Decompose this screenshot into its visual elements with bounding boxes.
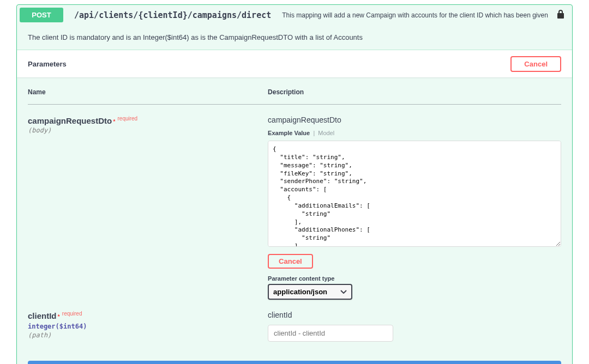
request-body-textarea[interactable]: [268, 141, 561, 247]
parameter-name: campaignRequestDto: [28, 116, 112, 125]
parameter-content-type-select[interactable]: application/json: [268, 284, 352, 300]
column-header-description: Description: [268, 88, 561, 105]
parameter-description: clientId: [268, 311, 561, 319]
operation-block: POST /api/clients/{clientId}/campaigns/d…: [16, 4, 573, 364]
lock-icon[interactable]: [556, 9, 565, 21]
tab-example-value[interactable]: Example Value: [268, 130, 310, 136]
endpoint-summary: This mapping will add a new Campaign wit…: [277, 11, 556, 19]
body-cancel-button[interactable]: Cancel: [268, 254, 313, 269]
parameter-row: campaignRequestDto*required (body) campa…: [28, 105, 561, 300]
method-badge: POST: [20, 8, 63, 22]
parameters-body: Name Description campaignRequestDto*requ…: [17, 77, 572, 353]
parameters-title: Parameters: [28, 60, 67, 68]
parameter-content-type-label: Parameter content type: [268, 275, 561, 282]
endpoint-path: /api/clients/{clientId}/campaigns/direct: [69, 10, 277, 20]
required-label: required: [117, 116, 137, 122]
parameter-type: integer($int64): [28, 323, 268, 330]
parameters-table: Name Description campaignRequestDto*requ…: [28, 88, 561, 342]
cancel-try-out-button[interactable]: Cancel: [510, 56, 561, 72]
parameter-in: (body): [28, 126, 268, 134]
model-example-tabs: Example Value|Model: [268, 130, 561, 136]
required-label: required: [62, 311, 82, 317]
execute-button[interactable]: Execute: [28, 361, 561, 364]
execute-wrapper: Execute: [17, 353, 572, 364]
parameters-header: Parameters Cancel: [17, 50, 572, 77]
required-star: *: [58, 313, 60, 320]
parameter-in: (path): [28, 331, 268, 339]
clientid-input[interactable]: [268, 325, 393, 342]
tab-model[interactable]: Model: [318, 130, 334, 136]
required-star: *: [113, 118, 115, 125]
operation-description: The client ID is mandatory and is an Int…: [17, 25, 572, 50]
operation-summary[interactable]: POST /api/clients/{clientId}/campaigns/d…: [17, 5, 572, 25]
parameter-name: clientId: [28, 311, 57, 320]
parameter-description: campaignRequestDto: [268, 116, 561, 124]
column-header-name: Name: [28, 88, 268, 105]
parameter-row: clientId*required integer($int64) (path)…: [28, 300, 561, 342]
tab-separator: |: [313, 130, 315, 136]
